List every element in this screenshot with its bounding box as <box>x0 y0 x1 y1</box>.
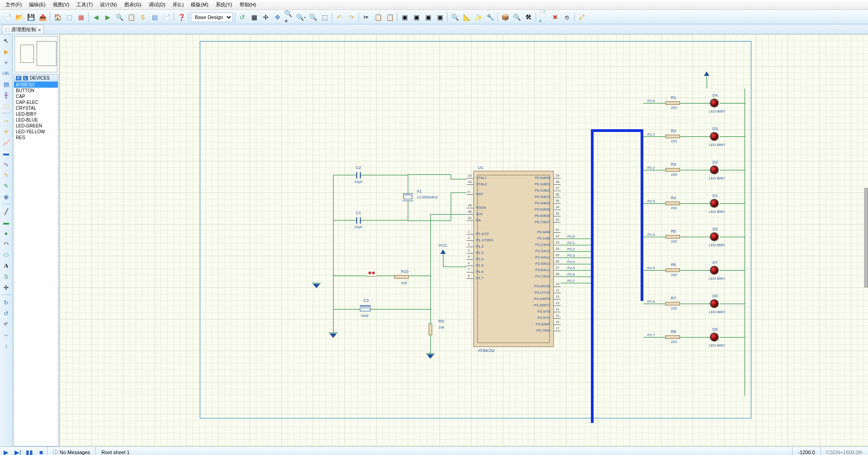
menu-file[interactable]: 文件(F) <box>2 0 25 9</box>
save-icon[interactable]: 💾 <box>25 12 36 23</box>
device-item[interactable]: CRYSTAL <box>14 105 58 111</box>
undo-icon[interactable]: ↶ <box>334 12 345 23</box>
zoom-out-icon[interactable]: 🔍- <box>296 12 307 23</box>
undo-page-icon[interactable]: ◀ <box>90 12 101 23</box>
menu-debug[interactable]: 调试(D) <box>145 0 169 9</box>
text-script-mode-icon[interactable]: ▤ <box>2 80 11 89</box>
sim-play-icon[interactable]: ▶ <box>1 448 11 455</box>
menu-sys[interactable]: 系统(Y) <box>212 0 236 9</box>
chip-icon[interactable]: ▦ <box>75 12 86 23</box>
resistor[interactable] <box>665 101 680 105</box>
device-item[interactable]: LED-GREEN <box>14 123 58 129</box>
probe-voltage-icon[interactable]: ✎ <box>2 170 11 179</box>
component-icon[interactable]: ⬚ <box>64 12 75 23</box>
messages-cell[interactable]: ⓘ No Messages <box>47 447 95 455</box>
p-button-icon[interactable]: P <box>16 76 21 80</box>
device-item[interactable]: BUTTON <box>14 88 58 94</box>
device-item[interactable]: LED-YELLOW <box>14 129 58 135</box>
capacitor-polar[interactable] <box>360 305 371 306</box>
led-component[interactable] <box>710 132 719 141</box>
box-icon[interactable]: ▬ <box>2 218 11 227</box>
origin-icon[interactable]: ✢ <box>260 12 271 23</box>
zoom-all-icon[interactable]: 🔍 <box>307 12 318 23</box>
menu-graph[interactable]: 图表(G) <box>121 0 145 9</box>
terminals-mode-icon[interactable]: ⊸ <box>2 116 11 125</box>
zoom-page-icon[interactable]: 🔍 <box>114 12 125 23</box>
resistor[interactable] <box>665 335 680 339</box>
sim-pause-icon[interactable]: ▮▮ <box>24 448 34 455</box>
led-component[interactable] <box>710 199 719 208</box>
circle-icon[interactable]: ● <box>2 229 11 238</box>
rotate-ccw-icon[interactable]: ↺ <box>2 309 11 318</box>
led-component[interactable] <box>710 299 719 308</box>
tab-schematic[interactable]: ⬚ 原理图绘制 × <box>2 25 44 34</box>
led-component[interactable] <box>710 99 719 108</box>
marker-icon[interactable]: ✢ <box>2 283 11 292</box>
menu-view[interactable]: 视图(V) <box>49 0 73 9</box>
new-file-icon[interactable]: 📄 <box>2 12 13 23</box>
search-lib-icon[interactable]: 🔍 <box>511 12 522 23</box>
overview-panel[interactable] <box>14 36 57 72</box>
wire-label-mode-icon[interactable]: LBL <box>2 69 11 78</box>
sim-stop-icon[interactable]: ■ <box>36 448 46 455</box>
open-file-icon[interactable]: 📂 <box>14 12 24 23</box>
text-icon[interactable]: A <box>2 261 11 270</box>
design-variant-combo[interactable]: Base Design <box>191 12 233 22</box>
help-icon[interactable]: ❓ <box>176 12 187 23</box>
report-icon[interactable]: 📄 <box>161 12 172 23</box>
home-icon[interactable]: 🏠 <box>52 12 63 23</box>
tape-mode-icon[interactable]: ▬ <box>2 149 11 158</box>
capacitor-polar[interactable] <box>360 308 371 311</box>
highlight-icon[interactable]: 🖍 <box>576 12 587 23</box>
resistor[interactable] <box>665 235 680 239</box>
rotate-cw-icon[interactable]: ↻ <box>2 298 11 307</box>
resistor[interactable] <box>665 302 680 305</box>
selection-mode-icon[interactable]: ↖ <box>2 36 11 45</box>
redraw-icon[interactable]: ↺ <box>237 12 248 23</box>
redo-page-icon[interactable]: ▶ <box>102 12 113 23</box>
schematic-canvas[interactable]: U1 AT89C52 19 XTAL1 18 XTAL2 9 RST 29 PS… <box>60 34 868 446</box>
button-component[interactable] <box>367 272 376 278</box>
bom-icon[interactable]: $ <box>137 12 148 23</box>
capacitor[interactable] <box>356 217 357 224</box>
package-icon[interactable]: 📦 <box>500 12 510 23</box>
wrench-icon[interactable]: 🔧 <box>485 12 495 23</box>
l-button-icon[interactable]: L <box>23 76 28 80</box>
capacitor[interactable] <box>360 217 361 224</box>
mirror-h-icon[interactable]: ↔ <box>2 330 11 339</box>
zoom-area-icon[interactable]: ⬚ <box>319 12 330 23</box>
instrument-icon[interactable]: ◉ <box>2 192 11 201</box>
paste-icon[interactable]: 📋 <box>384 12 395 23</box>
scrollbar-thumb[interactable] <box>864 188 868 287</box>
led-component[interactable] <box>710 232 719 241</box>
menu-design[interactable]: 设计(N) <box>96 0 120 9</box>
resistor[interactable] <box>394 275 409 279</box>
copy-icon[interactable]: 📋 <box>373 12 383 23</box>
arc-icon[interactable]: ◠ <box>2 239 11 249</box>
bus-wire[interactable] <box>641 129 643 301</box>
bus-wire[interactable] <box>591 129 594 423</box>
wand-icon[interactable]: ✨ <box>473 12 484 23</box>
pick-icon[interactable]: 🔍 <box>449 12 460 23</box>
device-item[interactable]: LED-BLUE <box>14 117 58 123</box>
resistor[interactable] <box>665 268 680 272</box>
subcircuit-mode-icon[interactable]: ⬚ <box>2 101 11 110</box>
redo-icon[interactable]: ↷ <box>346 12 357 23</box>
resistor[interactable] <box>429 324 432 335</box>
led-component[interactable] <box>710 333 719 342</box>
del-sheet-icon[interactable]: ✖ <box>550 12 561 23</box>
generator-mode-icon[interactable]: ∿ <box>2 159 11 169</box>
menu-edit[interactable]: 编辑(E) <box>25 0 49 9</box>
menu-lib[interactable]: 库(L) <box>169 0 187 9</box>
line-icon[interactable]: ╱ <box>2 207 11 216</box>
tab-close-icon[interactable]: × <box>38 27 41 33</box>
menu-tool[interactable]: 工具(T) <box>73 0 96 9</box>
tools2-icon[interactable]: 🛠 <box>523 12 534 23</box>
close-project-icon[interactable]: 📤 <box>37 12 48 23</box>
grid-icon[interactable]: ▦ <box>249 12 259 23</box>
block-delete-icon[interactable]: ▣ <box>434 12 445 23</box>
resistor[interactable] <box>665 168 680 172</box>
graph-mode-icon[interactable]: 📈 <box>2 138 11 147</box>
block-rotate-icon[interactable]: ▣ <box>423 12 434 23</box>
erc-icon[interactable]: ▤ <box>149 12 160 23</box>
